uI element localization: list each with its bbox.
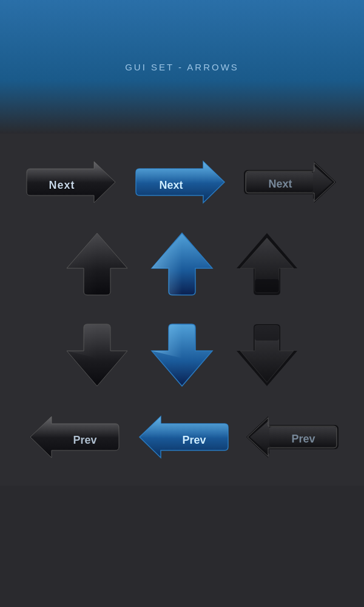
up-button-blue[interactable] <box>146 231 218 297</box>
down-arrow-row <box>0 316 364 395</box>
prev-button-dark[interactable]: Prev <box>24 413 121 461</box>
up-button-dark[interactable] <box>61 231 133 297</box>
up-button-outline[interactable] <box>231 231 303 297</box>
down-button-blue[interactable] <box>146 322 218 388</box>
svg-text:Prev: Prev <box>182 434 206 446</box>
page-title: GUI SET - ARROWS <box>125 62 239 72</box>
header: GUI SET - ARROWS <box>0 0 364 134</box>
next-button-blue[interactable]: Next <box>133 158 231 206</box>
down-button-outline[interactable] <box>231 322 303 388</box>
prev-arrow-row: Prev Prev <box>0 407 364 467</box>
svg-rect-8 <box>255 325 279 341</box>
up-arrow-row <box>0 225 364 304</box>
svg-text:Next: Next <box>49 179 75 191</box>
content-area: Next Next <box>0 134 364 486</box>
svg-text:Prev: Prev <box>291 433 315 445</box>
prev-button-outline[interactable]: Prev <box>243 413 340 461</box>
prev-button-blue[interactable]: Prev <box>133 413 231 461</box>
svg-text:Prev: Prev <box>73 434 96 446</box>
svg-text:Next: Next <box>159 179 183 191</box>
svg-rect-7 <box>255 279 279 293</box>
next-arrow-row: Next Next <box>0 152 364 212</box>
down-button-dark[interactable] <box>61 322 133 388</box>
svg-text:Next: Next <box>268 178 292 190</box>
next-button-outline[interactable]: Next <box>243 158 340 206</box>
next-button-dark[interactable]: Next <box>24 158 121 206</box>
